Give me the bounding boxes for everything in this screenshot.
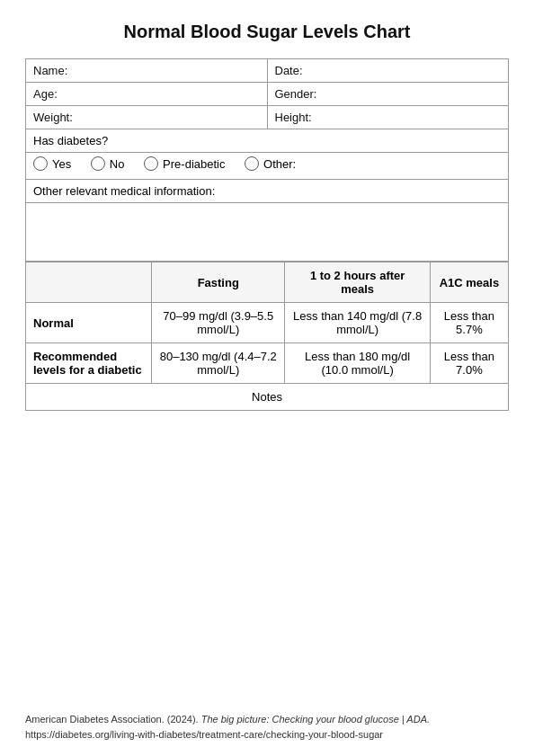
row-label-diabetic: Recommended levels for a diabetic — [26, 343, 152, 384]
height-label: Height: — [267, 106, 509, 129]
col-header-empty — [26, 262, 152, 303]
notes-label: Notes — [252, 390, 282, 404]
medical-info-text-area[interactable] — [26, 203, 509, 262]
radio-circle-yes — [33, 156, 48, 171]
date-label: Date: — [267, 59, 509, 83]
radio-circle-prediabetic — [144, 156, 158, 171]
row-normal-a1c: Less than 5.7% — [430, 303, 508, 343]
page: Normal Blood Sugar Levels Chart Name: Da… — [0, 0, 534, 756]
footer-citation-italic: The big picture: Checking your blood glu… — [201, 714, 430, 725]
row-normal-after-meals: Less than 140 mg/dl (7.8 mmol/L) — [285, 303, 430, 343]
medical-info-label: Other relevant medical information: — [26, 180, 509, 203]
age-label: Age: — [26, 83, 268, 106]
page-title: Normal Blood Sugar Levels Chart — [25, 22, 509, 42]
radio-options-row: Yes No Pre-diabetic Other: — [26, 153, 509, 180]
radio-other[interactable]: Other: — [245, 156, 296, 171]
weight-label: Weight: — [26, 106, 268, 129]
footer-citation-text: American Diabetes Association. (2024). — [25, 714, 201, 725]
row-label-normal: Normal — [26, 303, 152, 343]
col-header-fasting: Fasting — [152, 262, 285, 303]
table-row-normal: Normal 70–99 mg/dl (3.9–5.5 mmol/L) Less… — [26, 303, 509, 343]
notes-row: Notes — [26, 384, 509, 411]
gender-label: Gender: — [267, 83, 509, 106]
radio-prediabetic-label: Pre-diabetic — [163, 157, 225, 171]
row-diabetic-fasting: 80–130 mg/dl (4.4–7.2 mmol/L) — [152, 343, 285, 384]
radio-yes-label: Yes — [52, 157, 71, 171]
row-diabetic-after-meals: Less than 180 mg/dl (10.0 mmol/L) — [285, 343, 430, 384]
row-normal-fasting: 70–99 mg/dl (3.9–5.5 mmol/L) — [152, 303, 285, 343]
name-label: Name: — [26, 59, 268, 83]
radio-yes[interactable]: Yes — [33, 156, 71, 171]
table-row-diabetic: Recommended levels for a diabetic 80–130… — [26, 343, 509, 384]
sugar-levels-table: Fasting 1 to 2 hours after meals A1C mea… — [25, 262, 509, 411]
footer-citation: American Diabetes Association. (2024). T… — [25, 712, 509, 727]
radio-other-label: Other: — [263, 157, 296, 171]
radio-circle-no — [91, 156, 105, 171]
radio-no[interactable]: No — [91, 156, 125, 171]
footer: American Diabetes Association. (2024). T… — [25, 712, 509, 742]
radio-no-label: No — [110, 157, 125, 171]
radio-prediabetic[interactable]: Pre-diabetic — [144, 156, 225, 171]
footer-url: https://diabetes.org/living-with-diabete… — [25, 727, 509, 743]
radio-circle-other — [245, 156, 259, 171]
diabetes-label: Has diabetes? — [26, 129, 509, 153]
row-diabetic-a1c: Less than 7.0% — [430, 343, 508, 384]
col-header-after-meals: 1 to 2 hours after meals — [285, 262, 430, 303]
patient-info-table: Name: Date: Age: Gender: Weight: Height:… — [25, 58, 509, 262]
col-header-a1c: A1C meals — [430, 262, 508, 303]
